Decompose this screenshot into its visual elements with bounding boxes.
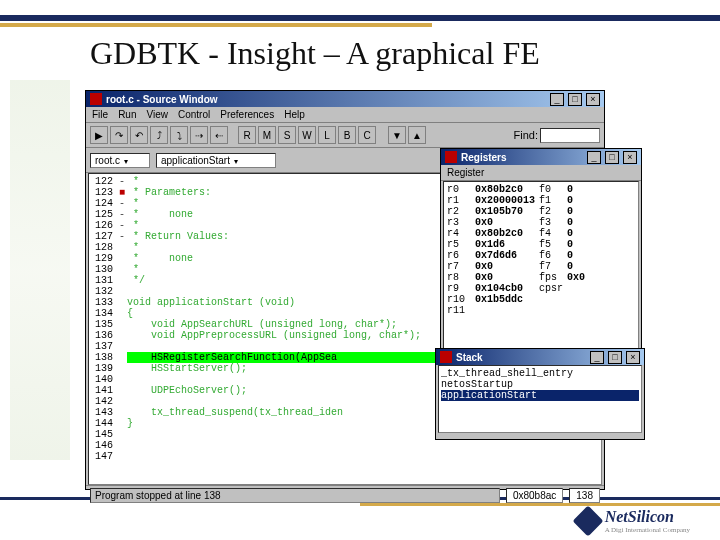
minimize-button[interactable]: _ bbox=[590, 351, 604, 364]
step-icon[interactable]: ↷ bbox=[110, 126, 128, 144]
function-select[interactable]: applicationStart bbox=[156, 153, 276, 168]
stepi-icon[interactable]: ⇢ bbox=[190, 126, 208, 144]
menu-register[interactable]: Register bbox=[447, 167, 484, 178]
logo-text: NetSilicon bbox=[605, 508, 690, 526]
app-icon bbox=[90, 93, 102, 105]
window-title: root.c - Source Window bbox=[106, 94, 546, 105]
page-title: GDBTK - Insight – A graphical FE bbox=[90, 35, 540, 72]
status-addr: 0x80b8ac bbox=[506, 488, 563, 503]
app-icon bbox=[445, 151, 457, 163]
titlebar[interactable]: Registers _ □ × bbox=[441, 149, 641, 165]
registers-grid[interactable]: r0r1r2r3r4r5r6r7r8r9r10r110x80b2c00x2000… bbox=[443, 181, 639, 361]
breakpoints-icon[interactable]: B bbox=[338, 126, 356, 144]
locals-icon[interactable]: L bbox=[318, 126, 336, 144]
down-icon[interactable]: ▼ bbox=[388, 126, 406, 144]
logo-icon bbox=[572, 505, 603, 536]
stack-window: Stack _ □ × _tx_thread_shell_entrynetosS… bbox=[435, 348, 645, 440]
logo: NetSilicon A Digi International Company bbox=[577, 508, 690, 534]
decor-stripe bbox=[0, 23, 432, 27]
finish-icon[interactable]: ⤴ bbox=[150, 126, 168, 144]
menu-run[interactable]: Run bbox=[118, 109, 136, 120]
continue-icon[interactable]: ⤵ bbox=[170, 126, 188, 144]
statusbar: Program stopped at line 138 0x80b8ac 138 bbox=[86, 485, 604, 505]
titlebar[interactable]: Stack _ □ × bbox=[436, 349, 644, 365]
maximize-button[interactable]: □ bbox=[568, 93, 582, 106]
menu-help[interactable]: Help bbox=[284, 109, 305, 120]
logo-tagline: A Digi International Company bbox=[605, 526, 690, 534]
menu-view[interactable]: View bbox=[146, 109, 168, 120]
file-select[interactable]: root.c bbox=[90, 153, 150, 168]
menubar: File Run View Control Preferences Help bbox=[86, 107, 604, 123]
close-button[interactable]: × bbox=[623, 151, 637, 164]
run-icon[interactable]: ▶ bbox=[90, 126, 108, 144]
menubar: Register bbox=[441, 165, 641, 181]
nexti-icon[interactable]: ⇠ bbox=[210, 126, 228, 144]
find-input[interactable] bbox=[540, 128, 600, 143]
status-line: 138 bbox=[569, 488, 600, 503]
menu-file[interactable]: File bbox=[92, 109, 108, 120]
window-title: Stack bbox=[456, 352, 586, 363]
maximize-button[interactable]: □ bbox=[608, 351, 622, 364]
console-icon[interactable]: C bbox=[358, 126, 376, 144]
maximize-button[interactable]: □ bbox=[605, 151, 619, 164]
registers-icon[interactable]: R bbox=[238, 126, 256, 144]
stack-list[interactable]: _tx_thread_shell_entrynetosStartupapplic… bbox=[438, 365, 642, 433]
minimize-button[interactable]: _ bbox=[550, 93, 564, 106]
menu-preferences[interactable]: Preferences bbox=[220, 109, 274, 120]
status-text: Program stopped at line 138 bbox=[90, 488, 500, 503]
watch-icon[interactable]: W bbox=[298, 126, 316, 144]
decor-stripe bbox=[0, 15, 720, 21]
titlebar[interactable]: root.c - Source Window _ □ × bbox=[86, 91, 604, 107]
close-button[interactable]: × bbox=[626, 351, 640, 364]
window-title: Registers bbox=[461, 152, 583, 163]
minimize-button[interactable]: _ bbox=[587, 151, 601, 164]
up-icon[interactable]: ▲ bbox=[408, 126, 426, 144]
next-icon[interactable]: ↶ bbox=[130, 126, 148, 144]
close-button[interactable]: × bbox=[586, 93, 600, 106]
stack-icon[interactable]: S bbox=[278, 126, 296, 144]
memory-icon[interactable]: M bbox=[258, 126, 276, 144]
app-icon bbox=[440, 351, 452, 363]
find-label: Find: bbox=[514, 129, 538, 141]
decor-sidebar bbox=[10, 80, 70, 460]
menu-control[interactable]: Control bbox=[178, 109, 210, 120]
toolbar: ▶ ↷ ↶ ⤴ ⤵ ⇢ ⇠ R M S W L B C ▼ ▲ Find: bbox=[86, 123, 604, 148]
registers-window: Registers _ □ × Register r0r1r2r3r4r5r6r… bbox=[440, 148, 642, 363]
